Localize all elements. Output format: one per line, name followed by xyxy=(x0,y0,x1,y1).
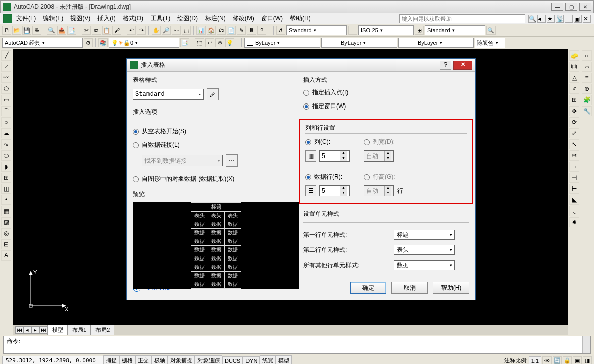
command-line[interactable]: 命令: xyxy=(3,336,591,354)
cut-icon[interactable]: ✂ xyxy=(82,26,91,35)
table-style-edit-button[interactable]: 🖊 xyxy=(207,88,219,100)
radio-columns[interactable] xyxy=(305,139,311,145)
sheet-mgr-icon[interactable]: 📄 xyxy=(227,26,236,35)
list-icon[interactable]: ≡ xyxy=(582,73,592,83)
tool-palette-icon[interactable]: 🗂 xyxy=(217,26,226,35)
layer-freeze-icon[interactable]: ❄ xyxy=(215,38,224,47)
toggle-ducs[interactable]: DUCS xyxy=(222,356,243,365)
copy-icon[interactable]: ⧉ xyxy=(92,26,101,35)
line-icon[interactable]: ╱ xyxy=(1,50,11,61)
menu-format[interactable]: 格式(O) xyxy=(120,13,146,24)
other-rows-combo[interactable]: 数据 xyxy=(394,260,455,270)
radio-empty-table[interactable] xyxy=(133,129,139,135)
table-style-combo[interactable]: Standard xyxy=(133,89,204,100)
window-close-icon[interactable]: ✕ xyxy=(579,3,591,11)
tablestyle-combo[interactable]: Standard xyxy=(425,25,485,35)
explode-icon[interactable]: ✸ xyxy=(569,217,579,227)
datarows-down-icon[interactable]: ▼ xyxy=(340,191,347,196)
distance-icon[interactable]: ↔ xyxy=(582,50,592,61)
ref-palette-icon[interactable]: 🧩 xyxy=(582,95,592,105)
lineweight-combo[interactable]: ByLayer xyxy=(398,38,474,48)
break-icon[interactable]: ⊣ xyxy=(569,173,579,183)
layer-iso-icon[interactable]: ⬚ xyxy=(195,38,204,47)
doc-minimize-icon[interactable]: ― xyxy=(565,15,573,23)
tab-last-icon[interactable]: ⏭ xyxy=(39,326,47,334)
offset-icon[interactable]: ⫽ xyxy=(569,84,579,94)
stretch-icon[interactable]: ⤡ xyxy=(569,139,579,149)
window-minimize-icon[interactable]: ― xyxy=(551,3,563,11)
menu-tools[interactable]: 工具(T) xyxy=(147,13,173,24)
table-icon[interactable]: ⊟ xyxy=(1,239,11,249)
join-icon[interactable]: ⊢ xyxy=(569,184,579,194)
ellipse-arc-icon[interactable]: ◗ xyxy=(1,162,11,172)
undo-icon[interactable]: ↶ xyxy=(127,26,136,35)
region-icon[interactable]: ◎ xyxy=(1,228,11,238)
match-prop-icon[interactable]: 🖌 xyxy=(112,26,121,35)
area-icon[interactable]: ▱ xyxy=(582,62,592,72)
new-icon[interactable]: 🗋 xyxy=(2,26,11,35)
array-icon[interactable]: ⊞ xyxy=(569,95,579,105)
anno-scale-value[interactable]: 1:1 xyxy=(529,356,541,365)
datarows-up-icon[interactable]: ▲ xyxy=(340,186,347,191)
menu-window[interactable]: 窗口(W) xyxy=(258,13,286,24)
layer-prev-icon[interactable]: ↩ xyxy=(205,38,214,47)
color-combo[interactable]: ByLayer xyxy=(244,38,320,48)
toggle-model[interactable]: 模型 xyxy=(276,355,292,364)
pan-icon[interactable]: ✋ xyxy=(152,26,161,35)
rectangle-icon[interactable]: ▭ xyxy=(1,95,11,105)
design-center-icon[interactable]: 🏠 xyxy=(207,26,216,35)
revcloud-icon[interactable]: ☁ xyxy=(1,128,11,138)
redo-icon[interactable]: ↷ xyxy=(137,26,146,35)
zoom-window-icon[interactable]: ⬚ xyxy=(182,26,191,35)
pline-icon[interactable]: 〰 xyxy=(1,73,11,83)
toggle-lwt[interactable]: 线宽 xyxy=(260,355,276,364)
dimstyle-icon[interactable]: ⟂ xyxy=(348,26,357,35)
search-tool-icon[interactable]: 🔍 xyxy=(486,26,496,35)
toggle-otrack[interactable]: 对象追踪 xyxy=(195,355,222,364)
textstyle-combo[interactable]: Standard xyxy=(286,25,347,35)
favorite-icon[interactable]: ★ xyxy=(547,15,555,23)
workspace-combo[interactable]: AutoCAD 经典 xyxy=(2,38,83,48)
status-lock-icon[interactable]: 🔒 xyxy=(563,356,572,365)
circle-icon[interactable]: ○ xyxy=(1,117,11,127)
cancel-button[interactable]: 取消 xyxy=(391,282,428,294)
tab-layout2[interactable]: 布局2 xyxy=(91,325,114,335)
tab-first-icon[interactable]: ⏮ xyxy=(15,326,23,334)
tab-model[interactable]: 模型 xyxy=(47,325,68,335)
radio-colwidth[interactable] xyxy=(364,139,370,145)
copy-obj-icon[interactable]: ⿻ xyxy=(569,62,579,72)
dialog-help-icon[interactable]: ? xyxy=(440,61,451,70)
layer-combo[interactable]: 💡☀🔓0 xyxy=(109,38,179,48)
radio-datarows[interactable] xyxy=(305,174,311,180)
second-row-combo[interactable]: 表头 xyxy=(394,245,455,255)
chamfer-icon[interactable]: ◣ xyxy=(569,195,579,205)
columns-down-icon[interactable]: ▼ xyxy=(340,156,347,161)
publish-icon[interactable]: 📤 xyxy=(57,26,66,35)
toggle-dyn[interactable]: DYN xyxy=(243,356,260,365)
zoom-prev-icon[interactable]: ⤺ xyxy=(172,26,181,35)
layer-off-icon[interactable]: 💡 xyxy=(225,38,234,47)
menu-file[interactable]: 文件(F) xyxy=(13,13,39,24)
status-clean-icon[interactable]: ◨ xyxy=(583,356,592,365)
menu-modify[interactable]: 修改(M) xyxy=(230,13,257,24)
menu-draw[interactable]: 绘图(D) xyxy=(174,13,201,24)
zoom-rt-icon[interactable]: 🔎 xyxy=(162,26,171,35)
data-link-browse-button[interactable]: ⋯ xyxy=(226,154,238,167)
erase-icon[interactable]: 🧽 xyxy=(569,50,579,61)
layer-state-icon[interactable]: 📑 xyxy=(180,38,189,47)
ok-button[interactable]: 确定 xyxy=(350,282,386,294)
anno-auto-icon[interactable]: 🔄 xyxy=(553,356,562,365)
radio-data-link[interactable] xyxy=(133,142,139,148)
nav-back-icon[interactable]: ◂ xyxy=(537,15,546,23)
polygon-icon[interactable]: ⬠ xyxy=(1,84,11,94)
app-menu-icon[interactable] xyxy=(3,14,12,23)
radio-data-extract[interactable] xyxy=(133,176,139,182)
extend-icon[interactable]: → xyxy=(569,162,579,172)
tablestyle-icon[interactable]: ⊞ xyxy=(415,26,424,35)
hatch-icon[interactable]: ▦ xyxy=(1,206,11,216)
move-icon[interactable]: ✥ xyxy=(569,106,579,116)
sheet-set-icon[interactable]: 📑 xyxy=(67,26,76,35)
id-point-icon[interactable]: ⊕ xyxy=(582,84,592,94)
arc-icon[interactable]: ⌒ xyxy=(1,106,11,116)
columns-up-icon[interactable]: ▲ xyxy=(340,151,347,156)
